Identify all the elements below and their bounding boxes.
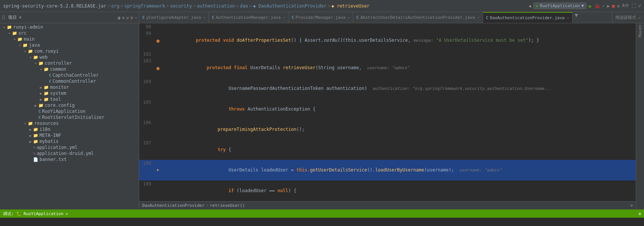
breadcrumb-springframework[interactable]: springframework xyxy=(125,3,165,9)
maven-label[interactable]: Maven xyxy=(638,25,642,37)
tree-item-comruoyi[interactable]: ▾ 📁 com.ruoyi xyxy=(0,48,139,54)
sidebar-minimize-icon[interactable]: − xyxy=(135,15,137,20)
file-icon-appdruidyml: ✎ xyxy=(33,151,36,156)
code-line-110: 110 throw new InternalAuthenticationServ… xyxy=(139,201,636,201)
tab-providermanager[interactable]: C ProviderManager.java ✕ xyxy=(289,12,353,23)
debug-label: 调试: xyxy=(3,211,14,217)
tree-item-captchacontroller[interactable]: ▾ C CaptchaController xyxy=(0,72,139,78)
breadcrumb-org[interactable]: org xyxy=(111,3,120,9)
tree-label-ruoyi-admin: ruoyi-admin xyxy=(13,24,43,30)
code-line-99: 99 ● protected void doAfterPropertiesSet… xyxy=(139,30,636,51)
tree-item-ruoyiapp[interactable]: ▾ C RuoYiApplication xyxy=(0,108,139,114)
tree-item-monitor[interactable]: ▶ 📁 monitor xyxy=(0,84,139,90)
build-button[interactable]: ⚙ xyxy=(617,3,620,9)
settings-icon[interactable]: ☍ xyxy=(638,3,641,9)
folder-icon-metainf: 📁 xyxy=(33,133,38,138)
file-icon-appyml: ✎ xyxy=(33,145,36,150)
tree-item-tool[interactable]: ▶ 📁 tool xyxy=(0,96,139,102)
code-line-106: 106 prepareTimingAttackProtection(); xyxy=(139,119,636,140)
tree-item-system[interactable]: ▶ 📁 system xyxy=(0,90,139,96)
debug-arrow-108: ➤ xyxy=(156,167,159,174)
tree-item-common[interactable]: ▾ 📁 common xyxy=(0,66,139,72)
tree-item-mybatis[interactable]: ▶ 📁 mybatis xyxy=(0,138,139,144)
debug-button[interactable]: 🐞 xyxy=(594,3,600,9)
sidebar-expand-icon[interactable]: ⇵ xyxy=(126,15,129,20)
tree-item-bannertxt[interactable]: ▾ 📄 banner.txt xyxy=(0,156,139,162)
code-settings-icon[interactable]: ⚙ xyxy=(630,203,633,208)
tree-item-src[interactable]: ▾ 📁 src xyxy=(0,30,139,36)
folder-icon-coreconfig: 📁 xyxy=(38,103,44,108)
folder-icon-monitor: 📁 xyxy=(44,85,49,90)
tree-item-appyml[interactable]: ▾ ✎ application.yml xyxy=(0,144,139,150)
sidebar-settings-icon[interactable]: ⚙ xyxy=(131,15,133,20)
status-close-icon[interactable]: ✕ xyxy=(66,212,68,216)
tab-authmanager[interactable]: C AuthenticationManager.java ✕ xyxy=(209,12,289,23)
folder-icon-comruoyi: 📁 xyxy=(28,49,33,54)
translate-icon[interactable]: A中 xyxy=(622,3,629,9)
breakpoint-103[interactable]: ● xyxy=(156,65,159,71)
sidebar-project-label: 项目 xyxy=(8,14,17,21)
bottom-breadcrumb-method[interactable]: retrieveUser() xyxy=(210,203,245,208)
breadcrumb-dao[interactable]: dao xyxy=(240,3,248,9)
file-icon-captcha: C xyxy=(49,73,52,78)
breadcrumb-class[interactable]: ◆ DaoAuthenticationProvider xyxy=(253,3,327,9)
tab-close-yconfigurer[interactable]: ✕ xyxy=(203,15,205,20)
file-icon-ruoyiapp: C xyxy=(38,109,41,114)
tab-abstract[interactable]: C AbstractUserDetailsAuthenticationProvi… xyxy=(353,12,483,23)
tab-close-providermanager[interactable]: ✕ xyxy=(348,15,350,20)
code-line-105: 105 throws AuthenticationException { xyxy=(139,99,636,119)
code-line-107: 107 try { xyxy=(139,140,636,160)
code-editor: 98 99 ● protected void doAfterProperties… xyxy=(139,23,636,209)
folder-icon-main: 📁 xyxy=(17,37,23,42)
checkmark-icon: ✓ xyxy=(638,15,641,20)
tab-close-authmanager[interactable]: ✕ xyxy=(283,15,285,20)
tree-item-controller[interactable]: ▾ 📁 controller xyxy=(0,60,139,66)
tree-item-resources[interactable]: ▾ 📁 resources xyxy=(0,120,139,126)
coverage-button[interactable]: ✓ xyxy=(602,3,605,9)
run-with-button[interactable]: ▶ xyxy=(607,3,610,9)
breakpoint-99[interactable]: ● xyxy=(156,37,159,44)
tree-item-main[interactable]: ▾ 📁 main xyxy=(0,36,139,42)
breadcrumb-method[interactable]: ◆ retrieveUser xyxy=(331,3,369,9)
expand-icon[interactable]: ⛶ xyxy=(632,3,636,9)
tree-item-appdruidyml[interactable]: ▾ ✎ application-druid.yml xyxy=(0,150,139,156)
tree-item-commoncontroller[interactable]: ▾ C CommonController xyxy=(0,78,139,84)
run-config-name[interactable]: RuoYiApplication xyxy=(24,211,64,216)
sidebar-scope-icon[interactable]: ◕ xyxy=(118,15,120,20)
debug-run-icon: 🐛 xyxy=(16,211,21,216)
folder-icon-system: 📁 xyxy=(44,91,49,96)
tab-overflow-menu[interactable]: ▼ xyxy=(573,12,580,23)
main-layout: ▾ 📁 ruoyi-admin ▾ 📁 src ▾ 📁 main ▾ 📁 jav… xyxy=(0,23,644,209)
code-content[interactable]: 98 99 ● protected void doAfterProperties… xyxy=(139,23,636,201)
bottom-breadcrumb-class[interactable]: DaoAuthenticationProvider xyxy=(142,203,205,208)
stop-button[interactable]: ■ xyxy=(612,3,615,9)
maven-panel[interactable]: Maven xyxy=(636,23,644,209)
sidebar-collapse-icon[interactable]: ≡ xyxy=(122,15,125,20)
status-settings-icon[interactable]: ⚙ xyxy=(638,211,641,216)
tree-item-web[interactable]: ▾ 📁 web xyxy=(0,54,139,60)
folder-icon-ruoyi-admin: 📁 xyxy=(7,25,12,30)
breadcrumb-security[interactable]: security xyxy=(170,3,192,9)
breadcrumb-authentication[interactable]: authentication xyxy=(197,3,235,9)
tree-item-ruoyiservlet[interactable]: ▾ C RuoYiServletInitializer xyxy=(0,114,139,120)
tree-item-i18n[interactable]: ▶ 📁 i18n xyxy=(0,126,139,132)
run-button[interactable]: ▶ xyxy=(589,3,592,9)
tab-dao[interactable]: C DaoAuthenticationProvider.java ✕ xyxy=(483,12,573,23)
sidebar-icon-grid[interactable]: ☷ xyxy=(2,15,6,20)
tab-close-dao[interactable]: ✕ xyxy=(567,16,569,20)
tab-close-abstract[interactable]: ✕ xyxy=(477,15,480,20)
tree-item-ruoyi-admin[interactable]: ▾ 📁 ruoyi-admin xyxy=(0,24,139,30)
tree-item-java[interactable]: ▾ 📁 java xyxy=(0,42,139,48)
folder-icon-resources: 📁 xyxy=(28,121,33,126)
tree-item-coreconfig[interactable]: ▶ 📁 core.config xyxy=(0,102,139,108)
code-line-103: 103 ● protected final UserDetails retrie… xyxy=(139,58,636,78)
tree-item-metainf[interactable]: ▶ 📁 META-INF xyxy=(0,132,139,138)
sidebar-dropdown-icon[interactable]: ▼ xyxy=(19,15,21,20)
run-icon: ▶ xyxy=(536,3,539,8)
status-bar: 调试: 🐛 RuoYiApplication ✕ ⚙ xyxy=(0,209,644,218)
tab-yconfigurer[interactable]: C yConfigureAdapter.java ✕ xyxy=(139,12,209,23)
breadcrumb-jar[interactable]: spring-security-core-5.2.8.RELEASE.jar xyxy=(3,3,106,9)
navigate-back-icon[interactable]: ◀ xyxy=(529,3,531,9)
run-config-selector[interactable]: ▶ RuoYiApplication ▼ xyxy=(533,3,586,9)
reader-mode-label[interactable]: 阅读器模式 xyxy=(615,15,636,20)
